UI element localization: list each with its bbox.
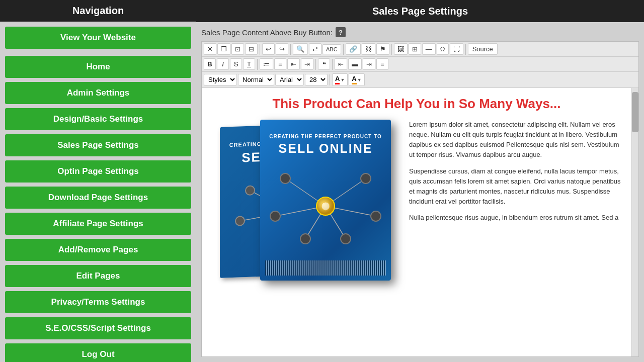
toolbar-row2: B I S T ≔ ≡ ⇤ ⇥ ❝ ⇤ ▬ ⇥ ≡: [202, 57, 638, 72]
sidebar-btn-log-out[interactable]: Log Out: [5, 343, 191, 362]
paste-text-button[interactable]: ⊟: [245, 43, 258, 55]
italic-button[interactable]: I: [217, 58, 229, 70]
sidebar-btn-add-remove-pages[interactable]: Add/Remove Pages: [5, 239, 191, 261]
align-center-button[interactable]: ▬: [348, 58, 362, 70]
source-button[interactable]: Source: [468, 43, 498, 55]
font-color-arrow: ▼: [340, 77, 345, 82]
font-color-button[interactable]: A ▼: [332, 73, 348, 86]
font-select[interactable]: Arial: [275, 74, 304, 85]
hline-button[interactable]: ―: [422, 43, 436, 55]
underline-button[interactable]: T: [243, 58, 255, 70]
separator2: [290, 44, 291, 55]
separator6: [257, 59, 258, 70]
product-box-front-label: CREATING THE PERFECT PRODUCT TO: [260, 120, 391, 139]
table-button[interactable]: ⊞: [409, 43, 421, 55]
editor-container: ✕ ❐ ⊡ ⊟ ↩ ↪ 🔍 ⇄ ABC 🔗 ⛓ ⚑ 🖼 ⊞ ― Ω: [201, 41, 639, 357]
unordered-list-button[interactable]: ≡: [274, 58, 286, 70]
sidebar-btn-admin-settings[interactable]: Admin Settings: [5, 82, 191, 104]
align-left-button[interactable]: ⇤: [335, 58, 347, 70]
image-button[interactable]: 🖼: [394, 43, 408, 55]
separator8: [332, 59, 333, 70]
size-select[interactable]: 28: [305, 74, 328, 85]
align-right-button[interactable]: ⇥: [363, 58, 375, 70]
outdent-button[interactable]: ⇤: [287, 58, 300, 70]
lorem-paragraph-2: Suspendisse cursus, diam at congue eleif…: [409, 166, 623, 207]
indent-button[interactable]: ⇥: [301, 58, 313, 70]
main-content: Sales Page Settings Sales Page Content A…: [196, 0, 644, 362]
redo-button[interactable]: ↪: [276, 43, 288, 55]
barcode: [265, 260, 386, 276]
cut-button[interactable]: ✕: [204, 43, 216, 55]
font-color-indicator: [335, 83, 340, 84]
network-svg-front: [260, 166, 391, 251]
bg-color-button[interactable]: A ▼: [349, 73, 364, 86]
bg-color-arrow: ▼: [357, 77, 362, 82]
sidebar-btn-optin-page-settings[interactable]: Optin Page Settings: [5, 160, 191, 183]
scrollbar-thumb[interactable]: [632, 92, 638, 132]
headline: This Product Can Help You in So Many Way…: [210, 96, 623, 112]
sidebar-btn-seo-css-script-settings[interactable]: S.E.O/CSS/Script Settings: [5, 317, 191, 339]
help-icon[interactable]: ?: [336, 27, 346, 37]
separator1: [260, 44, 260, 55]
link-button[interactable]: 🔗: [346, 43, 361, 55]
editor-body-wrapper: This Product Can Help You in So Many Way…: [202, 88, 638, 356]
toolbar-row3: Styles Normal Arial 28 A ▼: [202, 72, 638, 88]
undo-button[interactable]: ↩: [262, 43, 275, 55]
sidebar-buttons: View Your WebsiteHomeAdmin SettingsDesig…: [0, 22, 196, 362]
separator5: [465, 44, 466, 55]
svg-point-22: [371, 211, 381, 221]
fullscreen-button[interactable]: ⛶: [450, 43, 463, 55]
network-decoration-front: [260, 166, 391, 246]
blockquote-button[interactable]: ❝: [318, 58, 330, 70]
content-label-row: Sales Page Content Above Buy Button: ?: [201, 27, 639, 37]
unlink-button[interactable]: ⛓: [362, 43, 375, 55]
sidebar-btn-sales-page-settings[interactable]: Sales Page Settings: [5, 134, 191, 156]
editor-body[interactable]: This Product Can Help You in So Many Way…: [202, 88, 631, 356]
editor-scrollbar[interactable]: [631, 88, 638, 356]
separator4: [391, 44, 392, 55]
paste-button[interactable]: ⊡: [231, 43, 244, 55]
replace-button[interactable]: ⇄: [309, 43, 321, 55]
format-select[interactable]: Normal: [238, 74, 274, 85]
sidebar-btn-edit-pages[interactable]: Edit Pages: [5, 265, 191, 287]
lorem-text: Lorem ipsum dolor sit amet, consectetur …: [409, 120, 623, 229]
ordered-list-button[interactable]: ≔: [260, 58, 273, 70]
svg-point-19: [280, 173, 290, 184]
content-area: Sales Page Content Above Buy Button: ? ✕…: [196, 22, 644, 362]
copy-button[interactable]: ❐: [217, 43, 230, 55]
page-title: Sales Page Settings: [372, 6, 468, 17]
svg-point-6: [246, 186, 255, 195]
svg-point-24: [341, 234, 351, 244]
sidebar-btn-privacy-terms-settings[interactable]: Privacy/Terms Settings: [5, 291, 191, 313]
sidebar-btn-view-website[interactable]: View Your Website: [5, 27, 191, 49]
sidebar-btn-affiliate-page-settings[interactable]: Affiliate Page Settings: [5, 213, 191, 235]
spellcheck-button[interactable]: ABC: [323, 44, 341, 54]
svg-point-20: [361, 173, 371, 184]
anchor-button[interactable]: ⚑: [376, 43, 389, 55]
content-block: CREATING THE PERFECT PRODUCT TO SELL ONL…: [210, 120, 623, 291]
separator9: [330, 74, 330, 85]
svg-point-26: [321, 202, 330, 210]
strikethrough-button[interactable]: S: [230, 58, 242, 70]
product-box-front-sell: SELL ONLINE: [260, 141, 391, 156]
sidebar-btn-home[interactable]: Home: [5, 56, 191, 78]
svg-point-8: [235, 216, 245, 226]
styles-select[interactable]: Styles: [204, 74, 237, 85]
source-label: Source: [472, 45, 493, 53]
special-char-button[interactable]: Ω: [437, 43, 449, 55]
align-justify-button[interactable]: ≡: [376, 58, 388, 70]
bg-color-indicator: [352, 83, 356, 84]
main-header: Sales Page Settings: [196, 0, 644, 22]
sidebar-btn-design-basic-settings[interactable]: Design/Basic Settings: [5, 108, 191, 130]
lorem-paragraph-3: Nulla pellentesque risus augue, in biben…: [409, 213, 623, 223]
sidebar-btn-download-page-settings[interactable]: Download Page Settings: [5, 187, 191, 209]
find-button[interactable]: 🔍: [293, 43, 308, 55]
separator7: [315, 59, 316, 70]
lorem-paragraph-1: Lorem ipsum dolor sit amet, consectetur …: [409, 120, 623, 160]
toolbar-row1: ✕ ❐ ⊡ ⊟ ↩ ↪ 🔍 ⇄ ABC 🔗 ⛓ ⚑ 🖼 ⊞ ― Ω: [202, 42, 638, 57]
product-box-front: CREATING THE PERFECT PRODUCT TO SELL ONL…: [260, 120, 391, 281]
separator3: [343, 44, 344, 55]
font-color-label: A: [335, 75, 340, 82]
bold-button[interactable]: B: [204, 58, 216, 70]
content-label: Sales Page Content Above Buy Button:: [201, 28, 333, 37]
